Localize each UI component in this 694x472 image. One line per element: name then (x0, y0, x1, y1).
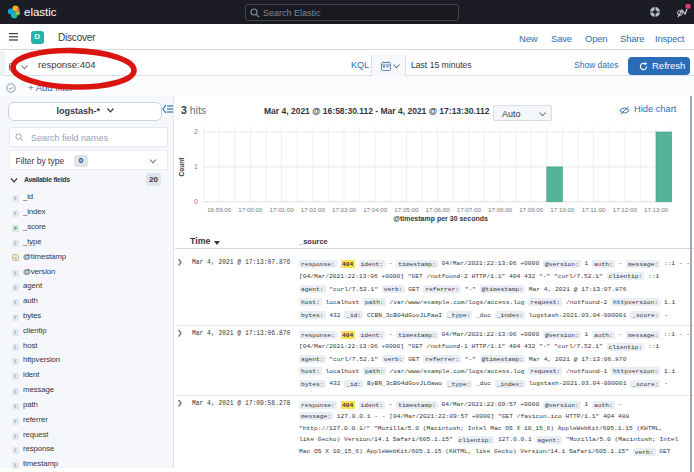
svg-text:17:11:00: 17:11:00 (582, 206, 606, 213)
svg-text:17:12:00: 17:12:00 (613, 206, 638, 213)
svg-text:17:09:00: 17:09:00 (519, 206, 544, 213)
svg-text:17:00:00: 17:00:00 (238, 206, 263, 213)
svg-text:17:10:00: 17:10:00 (550, 206, 575, 213)
svg-text:1: 1 (194, 163, 198, 170)
svg-text:17:01:00: 17:01:00 (270, 206, 295, 213)
svg-text:17:13:00: 17:13:00 (644, 206, 669, 213)
svg-text:0: 0 (194, 198, 198, 205)
svg-text:17:03:00: 17:03:00 (332, 206, 357, 213)
svg-text:Count: Count (178, 157, 185, 177)
svg-text:16:59:00: 16:59:00 (207, 206, 232, 213)
svg-text:17:07:00: 17:07:00 (457, 206, 482, 213)
svg-text:17:06:00: 17:06:00 (426, 206, 451, 213)
svg-text:17:04:00: 17:04:00 (363, 206, 388, 213)
svg-text:17:05:00: 17:05:00 (394, 206, 419, 213)
svg-text:2: 2 (194, 128, 198, 135)
svg-text:17:02:00: 17:02:00 (301, 206, 326, 213)
svg-text:17:08:00: 17:08:00 (488, 206, 513, 213)
svg-text:@timestamp per 30 seconds: @timestamp per 30 seconds (393, 215, 488, 223)
